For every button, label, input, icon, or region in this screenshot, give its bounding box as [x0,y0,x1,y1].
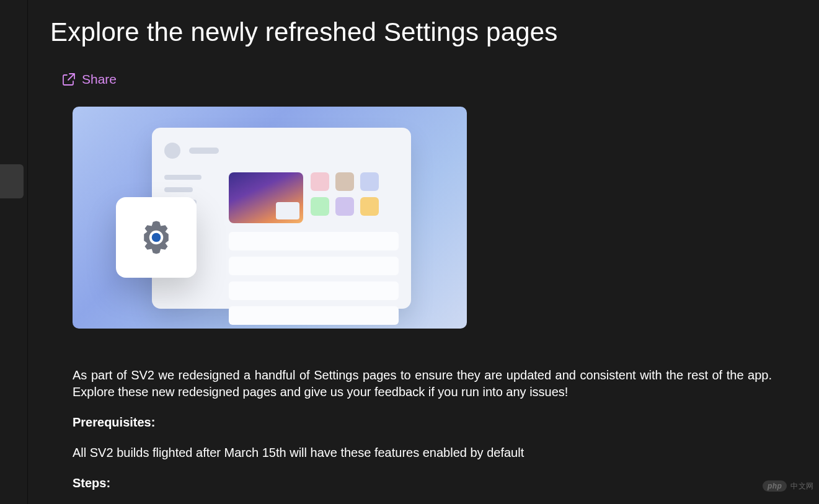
hero-illustration [73,107,467,329]
illustration-gear-card [116,197,197,278]
illustration-setting-row [229,232,399,250]
illustration-swatch [311,172,329,191]
steps-heading: Steps: [73,476,110,490]
illustration-swatch [335,172,354,191]
share-button[interactable]: Share [61,72,117,87]
article-body: As part of SV2 we redesigned a handful o… [73,367,772,492]
watermark-text: 中文网 [790,481,814,492]
illustration-color-swatches [311,172,379,223]
main-content: Explore the newly refreshed Settings pag… [28,0,819,504]
share-label: Share [82,72,117,87]
illustration-swatch [311,197,329,216]
illustration-setting-row [229,306,399,325]
page-title: Explore the newly refreshed Settings pag… [50,17,797,47]
illustration-swatch [360,197,379,216]
illustration-skeleton-line [189,148,219,154]
illustration-skeleton-line [164,175,201,180]
illustration-setting-row [229,257,399,275]
prerequisites-text: All SV2 builds flighted after March 15th… [73,444,772,461]
svg-point-1 [152,233,161,242]
share-icon [61,72,76,87]
watermark-pill: php [763,480,787,492]
prerequisites-heading: Prerequisites: [73,415,155,429]
illustration-wallpaper-preview [229,172,303,223]
watermark: php 中文网 [763,480,814,492]
gear-icon [136,217,177,258]
illustration-window-thumb [276,202,299,219]
intro-paragraph: As part of SV2 we redesigned a handful o… [73,367,772,400]
illustration-avatar [164,143,180,159]
sidebar-tab[interactable] [0,164,24,198]
illustration-skeleton-line [164,187,193,192]
illustration-setting-row [229,281,399,300]
illustration-swatch [360,172,379,191]
illustration-swatch [335,197,354,216]
